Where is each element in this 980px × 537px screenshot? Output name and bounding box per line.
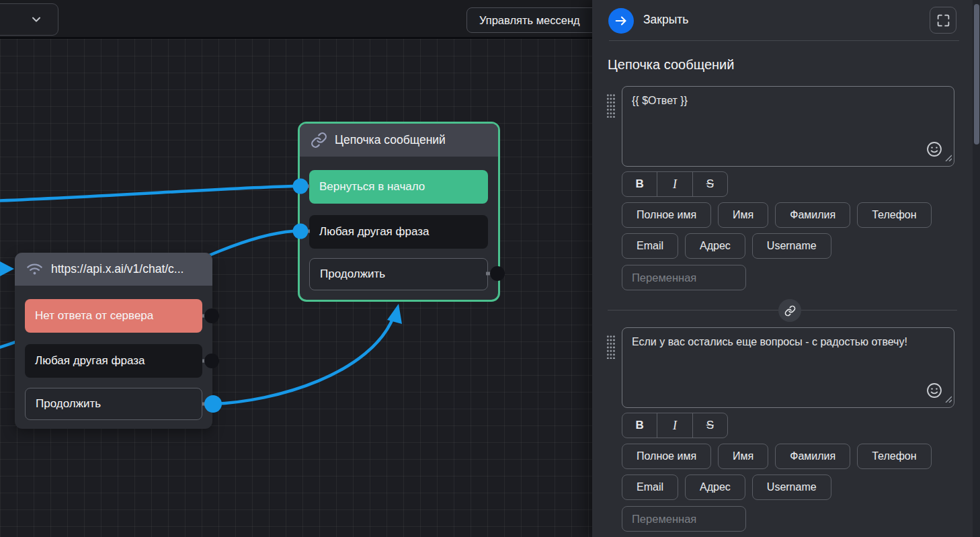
connector-badge (778, 299, 801, 322)
message1-custom-variable-input[interactable] (622, 265, 746, 290)
node-title: https://api.x.ai/v1/chat/c... (51, 262, 183, 276)
node-title: Цепочка сообщений (335, 133, 446, 147)
message1-variables-row2: Email Адрес Username (622, 233, 831, 259)
smiley-icon[interactable] (926, 140, 943, 161)
variable-phone-button[interactable]: Телефон (857, 202, 931, 228)
expand-panel-button[interactable] (930, 7, 956, 34)
node-button-no-server-response[interactable]: Нет ответа от сервера (25, 299, 202, 333)
resize-grip-icon[interactable] (945, 393, 952, 405)
node-button-any-other-phrase[interactable]: Любая другая фраза (25, 344, 202, 378)
message1-variables-row1: Полное имя Имя Фамилия Телефон (622, 202, 932, 228)
message2-custom-variable-input[interactable] (622, 506, 746, 532)
link-icon (311, 132, 327, 149)
variable-last-name-button[interactable]: Фамилия (775, 444, 850, 469)
variable-address-button[interactable]: Адрес (685, 474, 745, 500)
resize-grip-icon[interactable] (945, 152, 952, 164)
message1-text: {{ $Ответ }} (632, 95, 688, 106)
italic-button[interactable]: I (657, 413, 692, 438)
smiley-icon[interactable] (926, 382, 943, 402)
panel-header-divider (609, 40, 959, 41)
variable-full-name-button[interactable]: Полное имя (622, 444, 711, 469)
node-settings-panel: Закрыть Цепочка сообщений {{ $Ответ }} (592, 0, 980, 537)
node-button-continue[interactable]: Продолжить (309, 258, 488, 290)
message2-variables-row2: Email Адрес Username (622, 474, 831, 500)
node-button-any-other-phrase[interactable]: Любая другая фраза (309, 215, 488, 249)
variable-email-button[interactable]: Email (622, 474, 678, 500)
variable-username-button[interactable]: Username (752, 474, 831, 500)
message1-drag-handle[interactable] (606, 93, 615, 118)
strikethrough-button[interactable]: S (692, 413, 727, 438)
app-window: Управлять мессенд Цепочка сообщений Верн… (0, 0, 980, 537)
message1-textarea[interactable]: {{ $Ответ }} (622, 86, 954, 167)
arrow-right-icon (614, 13, 628, 28)
italic-button[interactable]: I (657, 172, 692, 196)
message2-variables-row1: Полное имя Имя Фамилия Телефон (622, 444, 932, 469)
message-connector-divider (608, 310, 957, 311)
panel-scrollbar[interactable] (973, 0, 980, 537)
node-button-return-to-start[interactable]: Вернуться в начало (309, 170, 488, 204)
message2-text: Если у вас остались еще вопросы - с радо… (632, 336, 907, 347)
link-icon (784, 305, 796, 317)
close-panel-button[interactable] (608, 8, 634, 34)
panel-scrollbar-thumb[interactable] (974, 4, 979, 144)
panel-section-title: Цепочка сообщений (608, 57, 734, 73)
variable-phone-button[interactable]: Телефон (857, 444, 931, 469)
close-panel-label[interactable]: Закрыть (643, 13, 688, 27)
variable-first-name-button[interactable]: Имя (718, 444, 768, 469)
variable-full-name-button[interactable]: Полное имя (622, 202, 711, 228)
chevron-down-icon (30, 13, 43, 26)
bold-button[interactable]: B (622, 172, 657, 196)
message2-textarea[interactable]: Если у вас остались еще вопросы - с радо… (622, 327, 954, 408)
node-message-chain[interactable]: Цепочка сообщений Вернуться в начало Люб… (298, 122, 500, 302)
node-message-chain-header[interactable]: Цепочка сообщений (300, 124, 498, 157)
message2-format-toolbar: B I S (622, 413, 728, 438)
message1-format-toolbar: B I S (622, 171, 728, 197)
node-button-continue[interactable]: Продолжить (25, 388, 202, 420)
variable-username-button[interactable]: Username (752, 233, 831, 259)
variable-first-name-button[interactable]: Имя (718, 202, 768, 228)
message2-drag-handle[interactable] (606, 335, 615, 359)
variable-last-name-button[interactable]: Фамилия (775, 202, 850, 228)
flow-select-dropdown[interactable] (0, 3, 58, 36)
bold-button[interactable]: B (622, 413, 657, 438)
strikethrough-button[interactable]: S (692, 172, 727, 196)
node-api-request[interactable]: https://api.x.ai/v1/chat/c... Нет ответа… (15, 253, 212, 429)
node-api-request-header[interactable]: https://api.x.ai/v1/chat/c... (15, 253, 212, 286)
variable-email-button[interactable]: Email (622, 233, 678, 259)
variable-address-button[interactable]: Адрес (685, 233, 745, 259)
wifi-icon (26, 260, 44, 278)
fullscreen-icon (936, 13, 950, 28)
